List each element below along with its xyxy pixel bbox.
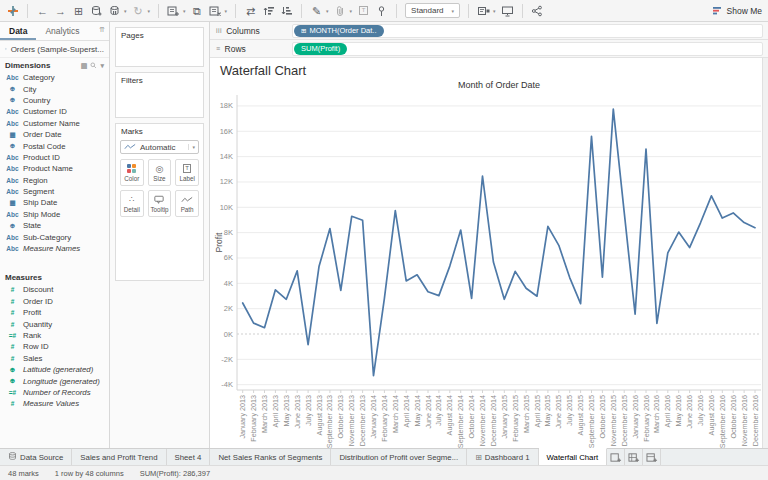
sheet-tab-dashboard-1[interactable]: ⊞Dashboard 1 <box>467 449 538 465</box>
field-measure-names[interactable]: AbcMeasure Names <box>0 243 109 254</box>
filters-shelf[interactable]: Filters <box>115 72 204 118</box>
rows-shelf-track[interactable]: SUM(Profit) <box>292 42 763 56</box>
field-segment[interactable]: AbcSegment <box>0 186 109 197</box>
save-icon[interactable]: ⊞ <box>72 1 85 21</box>
columns-pill[interactable]: ⊞ MONTH(Order Dat.. <box>294 25 384 37</box>
dimensions-menu-caret[interactable]: ▾ <box>100 62 104 70</box>
new-story-tab-button[interactable] <box>643 449 661 465</box>
pause-updates-caret[interactable]: ▾ <box>124 8 127 14</box>
field-ship-date[interactable]: ▦Ship Date <box>0 197 109 208</box>
tooltip-button[interactable]: Tooltip <box>148 190 172 217</box>
field-order-date[interactable]: ▦Order Date <box>0 129 109 140</box>
find-field-icon[interactable] <box>90 62 97 69</box>
profit-line-mark[interactable] <box>243 109 755 376</box>
show-me-button[interactable]: Show Me <box>712 5 762 16</box>
new-worksheet-caret[interactable]: ▾ <box>183 8 186 14</box>
refresh-icon[interactable]: ↻ <box>132 1 145 21</box>
field-sub-category[interactable]: AbcSub-Category <box>0 231 109 242</box>
field-latitude-generated-[interactable]: ⊕Latitude (generated) <box>0 364 109 375</box>
tab-analytics[interactable]: Analytics <box>36 22 88 40</box>
field-postal-code[interactable]: ⊕Postal Code <box>0 140 109 151</box>
pause-updates-icon[interactable] <box>108 1 121 21</box>
size-button[interactable]: ◎Size <box>148 159 172 186</box>
path-button[interactable]: Path <box>175 190 199 217</box>
swap-rows-columns-icon[interactable]: ⇄ <box>244 1 257 21</box>
share-icon[interactable] <box>531 1 544 21</box>
profit-line-chart[interactable]: -4K-2K0K2K4K6K8K10K12K14K16K18KJanuary 2… <box>210 58 762 448</box>
field-label: Postal Code <box>23 142 65 151</box>
field-profit[interactable]: #Profit <box>0 307 109 318</box>
globe-icon: ⊕ <box>5 222 20 230</box>
new-dashboard-tab-button[interactable] <box>625 449 643 465</box>
fit-axes-icon[interactable] <box>477 1 490 21</box>
field-longitude-generated-[interactable]: ⊕Longitude (generated) <box>0 375 109 386</box>
datasource-item[interactable]: Orders (Sample-Superst... <box>0 41 109 58</box>
toolbar-separator <box>27 4 28 18</box>
globe-icon: ⊕ <box>5 96 20 104</box>
show-mark-labels-icon[interactable]: T <box>357 1 370 21</box>
field-country[interactable]: ⊕Country <box>0 95 109 106</box>
columns-shelf-track[interactable]: ⊞ MONTH(Order Dat.. <box>292 24 763 38</box>
duplicate-sheet-icon[interactable]: ⧉ <box>191 1 204 21</box>
columns-shelf[interactable]: iii Columns ⊞ MONTH(Order Dat.. <box>210 22 768 40</box>
sheet-tab-waterfall-chart[interactable]: Waterfall Chart <box>539 448 608 465</box>
mark-type-dropdown[interactable]: Automatic ▾ <box>120 140 199 154</box>
field-quantity[interactable]: #Quantity <box>0 318 109 329</box>
view-options-icon[interactable]: ▤ <box>81 62 88 70</box>
clear-sheet-icon[interactable] <box>209 1 222 21</box>
show-me-icon <box>712 5 723 16</box>
sheet-tab-sales-and-profit-trend[interactable]: Sales and Profit Trend <box>72 449 166 465</box>
toolbar-separator <box>396 4 397 18</box>
undo-icon[interactable]: ← <box>36 1 49 21</box>
detail-button[interactable]: ∴Detail <box>120 190 144 217</box>
status-aggregate: SUM(Profit): 286,397 <box>140 469 210 478</box>
field-measure-values[interactable]: #Measure Values <box>0 398 109 409</box>
fit-selector[interactable]: Standard ▾ <box>405 3 460 18</box>
sheet-tab-data-source[interactable]: Data Source <box>0 449 72 465</box>
refresh-caret[interactable]: ▾ <box>148 8 151 14</box>
group-members-icon[interactable] <box>334 1 347 21</box>
color-button[interactable]: Color <box>120 159 144 186</box>
label-button[interactable]: TLabel <box>175 159 199 186</box>
field-category[interactable]: AbcCategory <box>0 72 109 83</box>
rows-shelf[interactable]: ≡ Rows SUM(Profit) <box>210 40 768 58</box>
group-members-caret[interactable]: ▾ <box>350 8 353 14</box>
new-worksheet-icon[interactable] <box>167 1 180 21</box>
sheet-tab-net-sales-ranks-of-segments[interactable]: Net Sales Ranks of Segments <box>210 449 331 465</box>
pages-shelf[interactable]: Pages <box>115 27 204 67</box>
field-product-name[interactable]: AbcProduct Name <box>0 163 109 174</box>
redo-icon[interactable]: → <box>54 1 67 21</box>
field-customer-name[interactable]: AbcCustomer Name <box>0 118 109 129</box>
field-rank[interactable]: =#Rank <box>0 330 109 341</box>
new-worksheet-tab-button[interactable] <box>607 449 625 465</box>
tableau-logo-icon[interactable] <box>6 1 19 21</box>
field-product-id[interactable]: AbcProduct ID <box>0 152 109 163</box>
sort-ascending-icon[interactable] <box>262 1 275 21</box>
worksheet-canvas[interactable]: Waterfall Chart -4K-2K0K2K4K6K8K10K12K14… <box>210 58 768 448</box>
field-number-of-records[interactable]: =#Number of Records <box>0 387 109 398</box>
field-state[interactable]: ⊕State <box>0 220 109 231</box>
field-order-id[interactable]: #Order ID <box>0 296 109 307</box>
fit-axes-caret[interactable]: ▾ <box>493 8 496 14</box>
sheet-tab-distribution-of-profit-over-segme-[interactable]: Distribution of Profit over Segme... <box>331 449 467 465</box>
x-tick-label: November 2015 <box>609 395 618 446</box>
pages-shelf-label: Pages <box>116 28 203 43</box>
pane-collapse-icon[interactable]: ⇈ <box>95 22 109 40</box>
field-ship-mode[interactable]: AbcShip Mode <box>0 209 109 220</box>
field-sales[interactable]: #Sales <box>0 353 109 364</box>
sort-descending-icon[interactable] <box>280 1 293 21</box>
sheet-tab-sheet-4[interactable]: Sheet 4 <box>167 449 211 465</box>
field-row-id[interactable]: #Row ID <box>0 341 109 352</box>
highlight-caret[interactable]: ▾ <box>326 8 329 14</box>
rows-pill[interactable]: SUM(Profit) <box>294 43 347 55</box>
field-discount[interactable]: #Discount <box>0 284 109 295</box>
presentation-mode-icon[interactable] <box>501 1 514 21</box>
add-datasource-icon[interactable] <box>90 1 103 21</box>
clear-sheet-caret[interactable]: ▾ <box>225 8 228 14</box>
field-region[interactable]: AbcRegion <box>0 175 109 186</box>
highlight-icon[interactable]: ✎ <box>310 1 323 21</box>
field-customer-id[interactable]: AbcCustomer ID <box>0 106 109 117</box>
tab-data[interactable]: Data <box>0 22 36 40</box>
field-city[interactable]: ⊕City <box>0 83 109 94</box>
fix-axes-icon[interactable] <box>375 1 388 21</box>
